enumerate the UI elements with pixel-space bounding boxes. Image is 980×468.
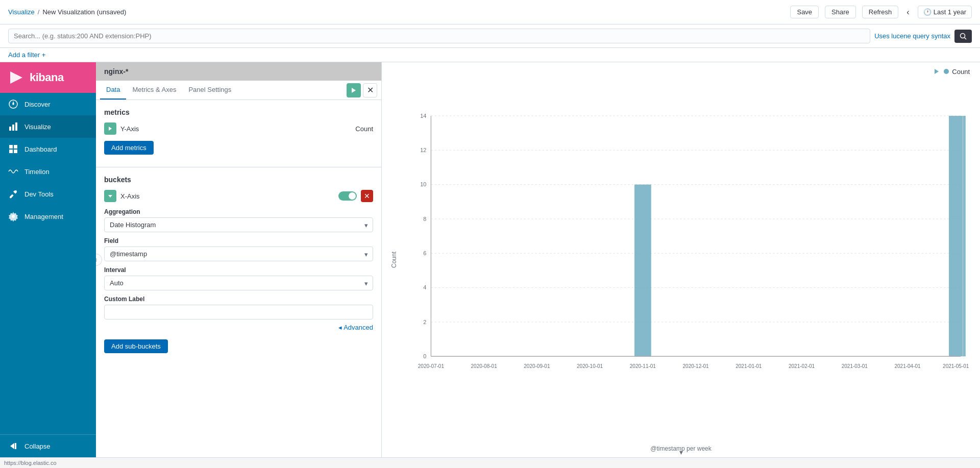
sidebar-collapse-button[interactable]: Collapse [0,435,96,457]
svg-text:2021-02-01: 2021-02-01 [789,363,815,369]
sidebar-item-label-visualize: Visualize [24,123,51,131]
svg-line-1 [965,37,967,39]
sidebar: kibana Discover Visualize Dashboard Time… [0,62,96,457]
advanced-link[interactable]: Advanced [104,324,373,331]
add-filter-button[interactable]: Add a filter + [8,51,45,59]
svg-text:2020-07-01: 2020-07-01 [418,363,445,369]
tab-metrics-axes[interactable]: Metrics & Axes [126,81,182,100]
remove-xaxis-button[interactable]: ✕ [361,190,373,202]
play-icon-small [108,126,113,131]
svg-text:2021-03-01: 2021-03-01 [842,363,868,369]
svg-text:4: 4 [423,284,426,290]
tab-panel-settings[interactable]: Panel Settings [182,81,237,100]
svg-text:14: 14 [420,113,426,119]
sidebar-item-label-discover: Discover [24,101,51,108]
metrics-section-title: metrics [104,108,373,116]
visualization-panel: ‹ nginx-* Data Metrics & Axes Panel Sett… [96,62,382,457]
svg-text:2021-04-01: 2021-04-01 [894,363,921,369]
panel-header-title: nginx-* [104,67,128,76]
xaxis-label: X-Axis [120,192,140,200]
sidebar-item-dashboard[interactable]: Dashboard [0,138,96,160]
custom-label-input[interactable] [104,305,373,319]
svg-rect-8 [9,145,13,149]
metrics-section: metrics Y-Axis Count Add metrics [96,100,381,163]
panel-tab-actions: ✕ [347,83,377,97]
field-select[interactable]: @timestamp [104,247,373,261]
collapse-label: Collapse [24,442,51,450]
aggregation-select-wrapper: Date Histogram Range Terms Filters [104,217,373,232]
buckets-section-title: buckets [104,176,373,184]
svg-text:2021-05-01: 2021-05-01 [943,363,969,369]
svg-text:2020-12-01: 2020-12-01 [683,363,709,369]
save-button[interactable]: Save [790,6,819,18]
breadcrumb-divider: / [38,8,40,16]
svg-rect-47 [949,116,966,356]
sidebar-item-label-dashboard: Dashboard [24,145,57,153]
sidebar-item-timelion[interactable]: Timelion [0,160,96,183]
chart-svg: 0 2 4 6 8 10 12 [412,72,970,427]
search-button[interactable] [954,30,972,43]
main-content: kibana Discover Visualize Dashboard Time… [0,62,980,457]
add-sub-buckets-button[interactable]: Add sub-buckets [104,339,168,353]
aggregation-label: Aggregation [104,208,373,215]
svg-rect-5 [9,127,11,131]
aggregation-select[interactable]: Date Histogram Range Terms Filters [104,217,373,232]
clock-icon: 🕐 [923,8,932,16]
sidebar-bottom: Collapse [0,434,96,457]
search-icon [960,33,967,40]
discard-changes-button[interactable]: ✕ [363,83,377,97]
interval-label: Interval [104,266,373,274]
field-label: Field [104,237,373,244]
panel-tabs: Data Metrics & Axes Panel Settings ✕ [96,81,381,100]
tab-data[interactable]: Data [100,81,126,100]
sidebar-item-discover[interactable]: Discover [0,93,96,115]
yaxis-label: Y-Axis [120,125,139,133]
svg-text:2020-10-01: 2020-10-01 [577,363,603,369]
svg-marker-2 [10,71,22,84]
time-filter[interactable]: 🕐 Last 1 year [918,6,972,18]
refresh-button[interactable]: Refresh [862,6,899,18]
svg-marker-4 [12,101,14,105]
time-back-arrow[interactable]: ‹ [904,6,911,19]
xaxis-toggle[interactable] [338,191,357,201]
sidebar-item-visualize[interactable]: Visualize [0,115,96,138]
y-axis-label: Count [390,252,398,268]
filter-bar: Add a filter + [0,48,980,62]
breadcrumb: Visualize / New Visualization (unsaved) [8,8,126,16]
gear-icon [8,211,18,221]
sidebar-item-label-management: Management [24,213,63,220]
url-text: https://blog.elastic.co [4,460,57,466]
metric-item-yaxis: Y-Axis Count [104,122,373,135]
top-navigation-bar: Visualize / New Visualization (unsaved) … [0,0,980,24]
svg-rect-7 [15,122,17,131]
svg-text:2020-11-01: 2020-11-01 [630,363,656,369]
field-select-wrapper: @timestamp [104,247,373,261]
interval-select[interactable]: Auto Millisecond Second Minute Hour Day … [104,276,373,290]
chevron-down-icon [108,193,113,199]
svg-text:10: 10 [420,181,426,187]
chart-scroll-down[interactable]: ▾ [679,448,683,456]
sidebar-item-devtools[interactable]: Dev Tools [0,183,96,205]
svg-text:2020-08-01: 2020-08-01 [471,363,498,369]
expand-yaxis-button[interactable] [104,122,116,135]
expand-xaxis-button[interactable] [104,190,116,202]
lucene-link[interactable]: Uses lucene query syntax [874,32,950,40]
kibana-logo-icon [8,69,24,86]
sidebar-item-management[interactable]: Management [0,205,96,228]
svg-rect-14 [15,443,16,449]
add-metrics-button[interactable]: Add metrics [104,141,154,155]
buckets-section: buckets X-Axis ✕ Aggregation Date Histog… [96,176,381,361]
svg-text:12: 12 [420,147,426,153]
breadcrumb-visualize[interactable]: Visualize [8,8,35,16]
compass-icon [8,99,18,109]
wrench-icon [8,189,18,199]
svg-rect-10 [9,150,13,153]
yaxis-value: Count [355,125,373,133]
share-button[interactable]: Share [825,6,856,18]
apply-changes-button[interactable] [347,83,361,97]
search-input[interactable] [8,29,870,43]
svg-text:8: 8 [423,216,426,222]
bar-chart-icon [8,121,18,132]
svg-point-0 [961,33,965,38]
chart-area: Count Count 0 2 4 6 [382,62,980,457]
